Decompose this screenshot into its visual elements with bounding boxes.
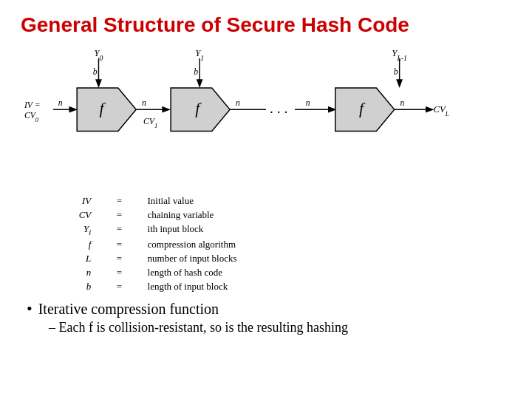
- svg-text:CVL: CVL: [434, 104, 449, 117]
- svg-marker-15: [171, 88, 230, 132]
- slide: General Structure of Secure Hash Code Y0…: [0, 0, 532, 399]
- hash-diagram: Y0 b f IV = CV0 n n CV1 Y1 b: [21, 44, 511, 188]
- legend-row-b: b = length of input block: [28, 280, 511, 294]
- page-title: General Structure of Secure Hash Code: [21, 13, 511, 37]
- svg-text:b: b: [394, 67, 398, 77]
- bullet-sub: Each f is collision-resistant, so is the…: [49, 320, 511, 335]
- svg-text:b: b: [194, 67, 198, 77]
- svg-text:n: n: [306, 98, 310, 108]
- legend-row-iv: IV = Initial value: [28, 194, 511, 208]
- legend-row-yi: Yi = ith input block: [28, 222, 511, 238]
- svg-text:IV =: IV =: [24, 100, 41, 110]
- svg-text:b: b: [93, 67, 98, 77]
- diagram-area: Y0 b f IV = CV0 n n CV1 Y1 b: [21, 44, 511, 188]
- bullet-main-text: Iterative compression function: [38, 301, 219, 318]
- legend-row-f: f = compression algorithm: [28, 238, 511, 252]
- svg-marker-26: [335, 88, 395, 132]
- svg-text:n: n: [142, 98, 146, 108]
- svg-text:CV1: CV1: [143, 117, 157, 129]
- svg-marker-3: [77, 88, 136, 132]
- legend-row-l: L = number of input blocks: [28, 252, 511, 266]
- legend-row-cv: CV = chaining variable: [28, 208, 511, 222]
- svg-text:n: n: [58, 98, 63, 108]
- legend-row-n: n = length of hash code: [28, 266, 511, 280]
- bullet-main: • Iterative compression function: [27, 299, 511, 318]
- svg-text:n: n: [236, 98, 240, 108]
- bullet-section: • Iterative compression function Each f …: [21, 299, 511, 335]
- svg-text:CV0: CV0: [24, 111, 39, 123]
- legend-area: IV = Initial value CV = chaining variabl…: [28, 194, 511, 293]
- svg-text:n: n: [400, 98, 405, 108]
- legend-table: IV = Initial value CV = chaining variabl…: [28, 194, 511, 293]
- bullet-dot: •: [27, 299, 33, 318]
- svg-text:. . .: . . .: [270, 100, 287, 116]
